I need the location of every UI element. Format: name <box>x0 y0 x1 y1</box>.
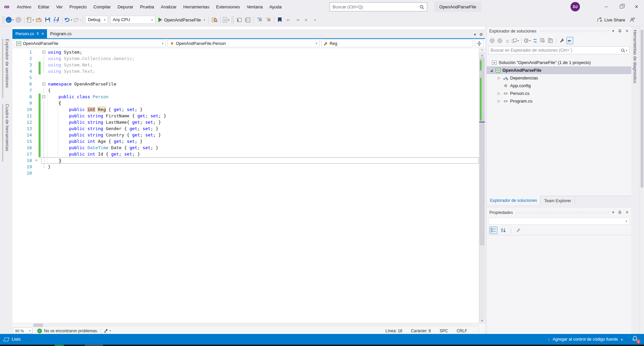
health-message[interactable]: No se encontraron problemas. <box>44 329 98 333</box>
solution-search-box[interactable]: ▾ <box>488 46 630 54</box>
toolbar-grip[interactable] <box>231 16 234 23</box>
fold-margin[interactable]: − <box>41 49 47 55</box>
properties-object-select[interactable]: ▾ <box>488 218 630 225</box>
properties-title-bar[interactable]: Propiedades ▾ ✕ <box>487 208 631 217</box>
column-indicator[interactable]: Carácter: 6 <box>411 329 431 333</box>
code-line[interactable]: 14 public string Country { get; set; } <box>12 132 479 138</box>
project-dropdown[interactable]: C# OpenAndParseFile▾ <box>14 40 166 47</box>
navigate-forward-button[interactable]: → <box>14 15 23 24</box>
se-home-button[interactable]: ⌂ <box>504 37 511 44</box>
split-window-handle[interactable]: ⊤ <box>479 48 485 53</box>
decrease-indent-button[interactable] <box>255 15 264 24</box>
bottom-tab-explorador-de-soluciones[interactable]: Explorador de soluciones <box>487 196 541 205</box>
code-line[interactable]: 11 public string FirstName { get; set; } <box>12 113 479 119</box>
edge-scrollbar-thumb[interactable] <box>641 30 643 187</box>
restore-button[interactable] <box>614 0 629 13</box>
tree-item-soluci-n-openandparsefile-1-de-1-proyecto[interactable]: ∞Solución "OpenAndParseFile" (1 de 1 pro… <box>487 59 631 66</box>
notifications-button[interactable]: 2 <box>632 336 639 343</box>
code-line[interactable]: 18✎ } <box>12 157 479 164</box>
property-pages-wrench-button[interactable] <box>514 227 523 234</box>
pin-icon[interactable] <box>618 210 622 215</box>
clear-bookmarks-button[interactable]: ✕ <box>302 15 310 24</box>
menu-item-compilar[interactable]: Compilar <box>90 0 114 13</box>
code-line[interactable]: 7{ <box>12 87 479 94</box>
editor-vertical-scrollbar[interactable]: ⊤ ▲ ▼ <box>479 48 485 323</box>
code-editor[interactable]: 1−using System;2using System.Collections… <box>12 48 485 323</box>
expand-chevron-icon[interactable]: ▷ <box>497 92 501 95</box>
sync-with-active-document-button[interactable] <box>235 15 243 24</box>
tab-server-explorer[interactable]: Explorador de servidores <box>2 39 9 98</box>
code-line[interactable]: 19} <box>12 164 479 170</box>
collapse-all-button[interactable] <box>539 37 546 44</box>
solution-search-input[interactable] <box>491 48 621 53</box>
hscrollbar-thumb[interactable] <box>34 324 43 327</box>
close-button[interactable]: ✕ <box>629 0 644 13</box>
previous-bookmark-button[interactable]: ⇤ <box>284 15 293 24</box>
document-tab-program-cs[interactable]: Program.cs <box>47 29 75 38</box>
se-forward-button[interactable]: → <box>496 37 503 44</box>
code-line[interactable]: 17 public int Id { get; set; } <box>12 151 479 157</box>
alphabetical-sort-button[interactable]: AZ <box>499 227 507 234</box>
minimize-button[interactable]: ─ <box>599 0 614 13</box>
edge-scrollbar[interactable] <box>640 26 644 334</box>
add-to-source-control-button[interactable]: ↑ Agregar al control de código fuente ▲ <box>548 337 623 342</box>
menu-item-depurar[interactable]: Depurar <box>114 0 137 13</box>
feedback-button[interactable] <box>628 15 637 24</box>
active-files-dropdown-icon[interactable]: ▾ <box>474 32 476 37</box>
search-icon[interactable] <box>419 5 424 9</box>
menu-item-herramientas[interactable]: Herramientas <box>180 0 213 13</box>
collapse-region-icon[interactable]: − <box>42 51 45 54</box>
next-bookmark-button[interactable]: ⇥ <box>293 15 302 24</box>
home-button[interactable]: ⌂▾ <box>222 15 231 24</box>
expand-chevron-icon[interactable]: ▷ <box>497 76 501 80</box>
type-dropdown[interactable]: OpenAndParseFile.Person▾ <box>167 40 319 47</box>
open-file-button[interactable] <box>35 15 43 24</box>
se-back-button[interactable]: ← <box>489 37 495 44</box>
start-debugging-button[interactable]: OpenAndParseFile ▾ <box>156 15 207 24</box>
line-ending-indicator[interactable]: CRLF <box>457 329 467 333</box>
code-line[interactable]: 4using System.Text; <box>12 68 479 74</box>
search-options-dropdown-icon[interactable]: ▾ <box>626 49 627 52</box>
user-avatar[interactable]: DJ <box>571 2 580 11</box>
tree-item-openandparsefile[interactable]: ◢C#OpenAndParseFile <box>487 66 631 74</box>
member-dropdown[interactable]: Reg <box>321 40 473 47</box>
insert-mode-indicator[interactable]: SPC <box>440 329 448 333</box>
code-line[interactable]: 9 { <box>12 100 479 106</box>
code-line[interactable]: 1−using System; <box>12 49 479 55</box>
close-icon[interactable]: ✕ <box>626 29 629 33</box>
menu-item-editar[interactable]: Editar <box>35 0 53 13</box>
code-line[interactable]: 15 public int Age { get; set; } <box>12 138 479 145</box>
tree-item-dependencias[interactable]: ▷Dependencias <box>487 74 631 82</box>
live-share-button[interactable]: Live Share <box>597 17 625 22</box>
toggle-bookmark-button[interactable] <box>276 15 284 24</box>
tab-diagnostic-tools[interactable]: Herramientas de diagnóstico <box>633 30 637 83</box>
code-line[interactable]: 5 <box>12 74 479 81</box>
scroll-up-arrow-icon[interactable]: ▲ <box>479 53 485 58</box>
document-outline-button[interactable] <box>243 15 252 24</box>
line-indicator[interactable]: Línea: 18 <box>386 329 402 333</box>
menu-item-ventana[interactable]: Ventana <box>243 0 266 13</box>
sync-selection-button[interactable] <box>532 37 538 44</box>
code-line[interactable]: 2using System.Collections.Generic; <box>12 55 479 62</box>
code-line[interactable]: 6−namespace OpenAndParseFile <box>12 81 479 87</box>
menu-item-proyecto[interactable]: Proyecto <box>66 0 90 13</box>
toolbar-overflow-button[interactable]: ▾ <box>310 15 319 24</box>
code-cleanup-broom-icon[interactable] <box>104 328 109 333</box>
fold-margin[interactable]: − <box>41 94 47 100</box>
navigate-back-button[interactable]: ←▾ <box>5 15 14 24</box>
undo-button[interactable]: ▾ <box>64 15 72 24</box>
code-line[interactable]: 13 public string Gender { get; set; } <box>12 125 479 132</box>
code-line[interactable]: 10 public int Reg { get; set; } <box>12 106 479 113</box>
window-position-dropdown-icon[interactable]: ▾ <box>612 29 614 33</box>
zoom-level-select[interactable]: 90 %▾ <box>13 328 33 334</box>
close-icon[interactable]: ✕ <box>626 210 629 215</box>
bottom-tab-team-explorer[interactable]: Team Explorer <box>541 196 575 205</box>
pending-changes-filter-button[interactable]: ▾ <box>524 37 531 44</box>
solution-explorer-title-bar[interactable]: Explorador de soluciones ▾ ✕ <box>487 26 631 36</box>
search-input[interactable] <box>333 4 419 9</box>
preview-selected-items-button[interactable] <box>547 37 554 44</box>
redo-button[interactable]: ▾ <box>72 15 81 24</box>
close-tab-icon[interactable]: ✕ <box>41 32 44 36</box>
document-tab-person-cs[interactable]: Person.cs⊼✕ <box>12 29 47 38</box>
collapse-chevron-icon[interactable]: ◢ <box>489 68 493 72</box>
